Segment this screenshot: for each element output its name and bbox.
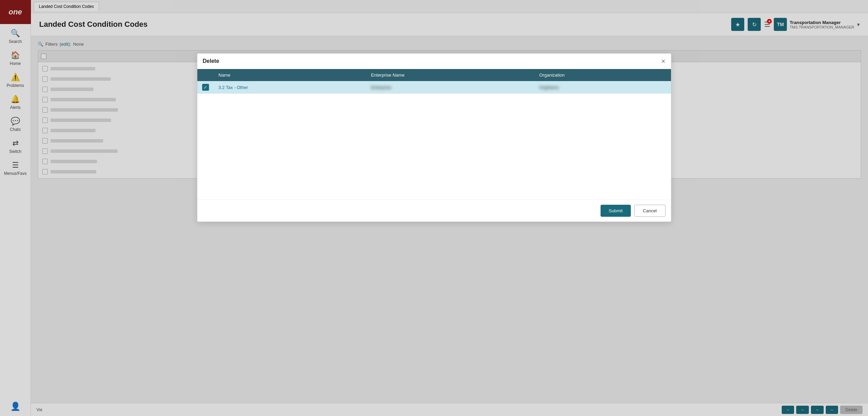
col-organization: Organization [535, 69, 671, 81]
row-name: 3.2 Tax - Other [214, 81, 366, 94]
col-name: Name [214, 69, 366, 81]
modal-table-body: ✓3.2 Tax - OtherEnterpriseOrgName [197, 81, 671, 94]
blurred-org: OrgName [539, 85, 559, 90]
row-enterprise-name: Enterprise [366, 81, 535, 94]
blurred-enterprise: Enterprise [371, 85, 391, 90]
modal-overlay: Delete × Name Enterprise Name Organizati… [31, 36, 868, 403]
content-area: 🔍 Filters (edit): None Delete × [31, 36, 868, 403]
row-checkbox-cell: ✓ [197, 81, 214, 94]
modal-header: Delete × [197, 54, 671, 69]
submit-button[interactable]: Submit [601, 205, 631, 217]
modal-table-wrap: Name Enterprise Name Organization ✓3.2 T… [197, 69, 671, 94]
modal-table-head: Name Enterprise Name Organization [197, 69, 671, 81]
row-organization: OrgName [535, 81, 671, 94]
delete-modal: Delete × Name Enterprise Name Organizati… [197, 53, 671, 222]
modal-table-header-row: Name Enterprise Name Organization [197, 69, 671, 81]
modal-table: Name Enterprise Name Organization ✓3.2 T… [197, 69, 671, 94]
modal-footer: Submit Cancel [197, 200, 671, 222]
col-enterprise-name: Enterprise Name [366, 69, 535, 81]
modal-close-button[interactable]: × [661, 58, 666, 65]
cancel-button[interactable]: Cancel [634, 205, 665, 217]
modal-title: Delete [203, 58, 219, 64]
main-content: Landed Cost Condition Codes Landed Cost … [31, 0, 868, 416]
col-checkbox [197, 69, 214, 81]
checked-icon: ✓ [202, 84, 209, 91]
modal-body: Name Enterprise Name Organization ✓3.2 T… [197, 69, 671, 200]
table-row[interactable]: ✓3.2 Tax - OtherEnterpriseOrgName [197, 81, 671, 94]
